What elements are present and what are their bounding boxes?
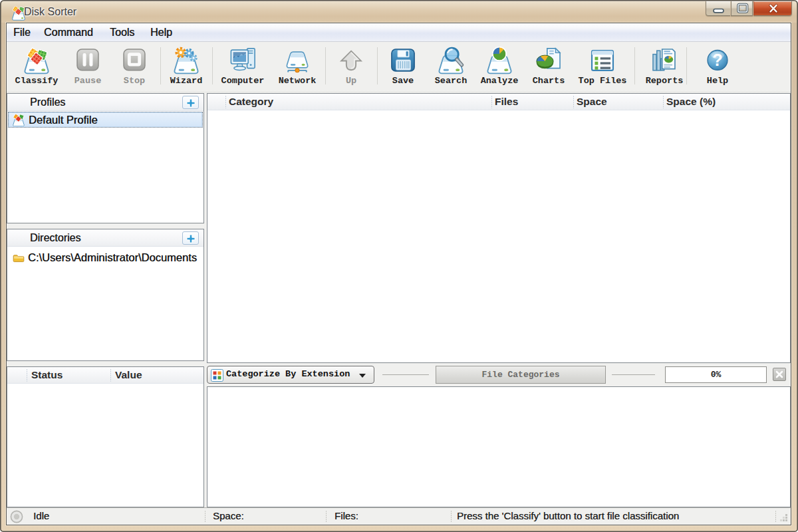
directories-panel: Directories C:\Users\Administrator\Docum… bbox=[7, 229, 204, 361]
categorize-mode-value: Categorize By Extension bbox=[226, 369, 350, 379]
stop-icon bbox=[120, 46, 149, 75]
search-icon bbox=[436, 46, 466, 75]
close-icon bbox=[754, 1, 793, 16]
space-percent-column-header[interactable]: Space (%) bbox=[666, 96, 716, 108]
directory-item-label: C:\Users\Administrator\Documents bbox=[28, 251, 197, 264]
categorize-mode-icon bbox=[211, 369, 223, 382]
results-panel bbox=[207, 386, 791, 507]
charts-button[interactable]: Charts bbox=[523, 45, 574, 90]
folder-icon bbox=[13, 252, 25, 264]
divider-line bbox=[382, 374, 429, 375]
menu-help[interactable]: Help bbox=[149, 23, 174, 41]
plus-icon bbox=[186, 233, 196, 243]
save-icon bbox=[388, 46, 418, 75]
help-icon: ? bbox=[703, 46, 732, 75]
stop-button[interactable]: Stop bbox=[109, 45, 160, 90]
computer-icon bbox=[228, 46, 257, 75]
search-button[interactable]: Search bbox=[426, 45, 476, 90]
menu-bar: File Command Tools Help bbox=[7, 23, 791, 42]
statusbar-files-label: Files: bbox=[334, 510, 358, 521]
window-title: Disk Sorter bbox=[24, 6, 76, 18]
menu-tools[interactable]: Tools bbox=[108, 23, 136, 41]
menu-file[interactable]: File bbox=[12, 23, 32, 41]
controls-bar: Categorize By Extension File Categories … bbox=[207, 364, 791, 386]
plus-icon bbox=[186, 98, 196, 108]
maximize-button[interactable] bbox=[731, 1, 753, 16]
resize-grip[interactable] bbox=[778, 512, 789, 523]
minimize-icon bbox=[706, 1, 731, 16]
pause-button[interactable]: Pause bbox=[63, 45, 113, 90]
directories-header: Directories bbox=[7, 229, 203, 247]
file-categories-button[interactable]: File Categories bbox=[436, 366, 606, 384]
category-column-header[interactable]: Category bbox=[229, 96, 273, 108]
profiles-panel: Profiles bbox=[7, 93, 204, 223]
minimize-button[interactable] bbox=[706, 1, 730, 16]
client-area: File Command Tools Help Classify bbox=[6, 23, 791, 525]
reports-button[interactable]: Reports bbox=[639, 45, 690, 90]
maximize-icon bbox=[732, 1, 753, 16]
top-files-button[interactable]: Top Files bbox=[575, 45, 630, 90]
charts-icon bbox=[534, 46, 563, 75]
svg-text:?: ? bbox=[712, 51, 722, 69]
save-button[interactable]: Save bbox=[379, 45, 427, 90]
category-table-header: Category Files Space Space (%) bbox=[207, 94, 790, 110]
value-column-header[interactable]: Value bbox=[115, 369, 142, 381]
directory-item[interactable]: C:\Users\Administrator\Documents bbox=[8, 250, 203, 266]
status-table-header: Status Value bbox=[7, 367, 203, 384]
status-bar: Idle Space: Files: Press the 'Classify' … bbox=[7, 507, 791, 525]
files-column-header[interactable]: Files bbox=[495, 96, 518, 108]
toolbar: Classify Pause Stop bbox=[7, 42, 791, 92]
dropdown-arrow-icon bbox=[359, 374, 366, 378]
pause-icon bbox=[73, 46, 102, 75]
statusbar-space-label: Space: bbox=[213, 510, 244, 521]
up-icon bbox=[336, 46, 366, 75]
space-column-header[interactable]: Space bbox=[577, 96, 607, 108]
statusbar-message: Press the 'Classify' button to start fil… bbox=[457, 510, 679, 521]
status-indicator-icon bbox=[10, 510, 23, 523]
add-profile-button[interactable] bbox=[182, 96, 199, 109]
close-button[interactable] bbox=[753, 1, 792, 16]
status-column-header[interactable]: Status bbox=[31, 369, 63, 381]
close-x-icon bbox=[773, 368, 785, 380]
analyze-icon bbox=[485, 46, 514, 75]
reports-icon bbox=[650, 46, 679, 75]
divider-line bbox=[612, 374, 655, 375]
cancel-button[interactable] bbox=[773, 368, 786, 381]
computer-button[interactable]: Computer bbox=[215, 45, 271, 90]
classify-icon bbox=[22, 46, 51, 75]
network-icon bbox=[283, 46, 312, 75]
progress-indicator: 0% bbox=[665, 366, 767, 383]
categorize-mode-select[interactable]: Categorize By Extension bbox=[207, 366, 374, 384]
title-bar[interactable]: Disk Sorter bbox=[1, 1, 797, 23]
analyze-button[interactable]: Analyze bbox=[474, 45, 525, 90]
profiles-header: Profiles bbox=[7, 94, 203, 111]
top-files-icon bbox=[588, 46, 617, 75]
profile-item-label: Default Profile bbox=[29, 114, 98, 126]
wizard-icon bbox=[172, 46, 201, 75]
wizard-button[interactable]: Wizard bbox=[162, 45, 210, 90]
statusbar-state: Idle bbox=[33, 510, 49, 521]
up-button[interactable]: Up bbox=[327, 45, 375, 90]
help-button[interactable]: ? Help bbox=[692, 45, 743, 90]
category-table-panel: Category Files Space Space (%) bbox=[207, 93, 791, 363]
app-window: Disk Sorter File Command Tools He bbox=[0, 0, 798, 532]
status-panel: Status Value bbox=[7, 366, 204, 507]
profile-item-default[interactable]: Default Profile bbox=[8, 112, 203, 128]
content: Profiles bbox=[7, 92, 791, 507]
menu-command[interactable]: Command bbox=[43, 23, 94, 41]
classify-button[interactable]: Classify bbox=[9, 45, 64, 90]
add-directory-button[interactable] bbox=[182, 231, 199, 245]
profile-icon bbox=[13, 114, 25, 126]
profiles-title: Profiles bbox=[30, 96, 65, 108]
directories-title: Directories bbox=[30, 232, 80, 244]
network-button[interactable]: Network bbox=[272, 45, 323, 90]
